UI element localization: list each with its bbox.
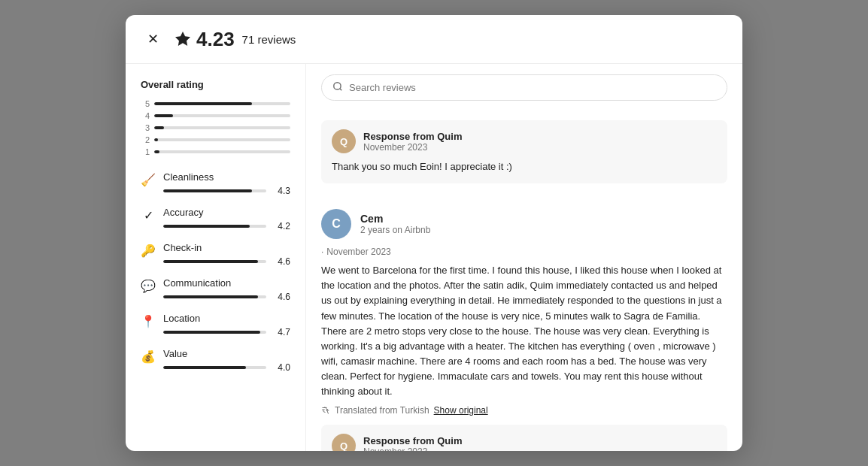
category-score: 4.0 bbox=[272, 362, 290, 373]
category-bar-fill bbox=[163, 189, 252, 192]
review-item: C Cem 2 years on Airbnb · November 2023 … bbox=[321, 195, 727, 451]
category-icon: 💰 bbox=[141, 349, 156, 364]
category-icon: 💬 bbox=[141, 278, 156, 293]
bar-track bbox=[154, 114, 290, 117]
date-dot: · bbox=[321, 247, 323, 257]
reviews-count: 71 reviews bbox=[242, 33, 296, 46]
reviews-modal: ✕ 4.23 71 reviews Overall rating bbox=[126, 15, 742, 451]
category-name: Check-in bbox=[163, 242, 290, 253]
category-bar-row: 4.0 bbox=[163, 362, 290, 373]
review-text: We went to Barcelona for the first time.… bbox=[321, 263, 727, 399]
close-button[interactable]: ✕ bbox=[141, 27, 165, 51]
search-box bbox=[321, 74, 727, 101]
rating-bars: 5 4 3 2 1 bbox=[141, 99, 290, 156]
category-list: 🧹 Cleanliness 4.3 ✓ Accuracy 4.2 bbox=[141, 171, 290, 373]
bar-fill bbox=[154, 138, 158, 141]
category-item: 💬 Communication 4.6 bbox=[141, 277, 290, 302]
bar-label: 3 bbox=[141, 123, 150, 132]
search-input[interactable] bbox=[349, 82, 716, 93]
category-bar-fill bbox=[163, 260, 258, 263]
category-item: ✓ Accuracy 4.2 bbox=[141, 207, 290, 231]
right-panel: Q Response from Quim November 2023 Thank… bbox=[306, 64, 742, 451]
category-info: Value 4.0 bbox=[163, 348, 290, 373]
modal-title-area: 4.23 71 reviews bbox=[174, 28, 296, 51]
rating-bar-row: 3 bbox=[141, 123, 290, 132]
overall-rating-label: Overall rating bbox=[141, 79, 290, 90]
category-item: 🧹 Cleanliness 4.3 bbox=[141, 171, 290, 196]
rating-number: 4.23 bbox=[196, 28, 235, 51]
bar-label: 5 bbox=[141, 99, 150, 108]
category-info: Check-in 4.6 bbox=[163, 242, 290, 267]
bar-track bbox=[154, 126, 290, 129]
bar-label: 4 bbox=[141, 111, 150, 120]
bar-fill bbox=[154, 102, 252, 105]
response-avatar: Q bbox=[332, 434, 356, 451]
category-bar-track bbox=[163, 295, 266, 298]
category-info: Accuracy 4.2 bbox=[163, 207, 290, 231]
category-bar-track bbox=[163, 189, 266, 192]
category-name: Location bbox=[163, 313, 290, 324]
response-header: Q Response from Quim November 2023 bbox=[332, 129, 717, 153]
category-bar-row: 4.7 bbox=[163, 327, 290, 337]
reviewer-header: C Cem 2 years on Airbnb bbox=[321, 209, 727, 239]
category-bar-track bbox=[163, 225, 266, 228]
category-name: Value bbox=[163, 348, 290, 359]
bar-fill bbox=[154, 150, 159, 153]
category-info: Communication 4.6 bbox=[163, 277, 290, 302]
star-icon bbox=[174, 30, 192, 48]
category-icon: ✓ bbox=[141, 207, 156, 222]
response-from: Response from Quim bbox=[363, 131, 717, 142]
rating-bar-row: 4 bbox=[141, 111, 290, 120]
modal-header: ✕ 4.23 71 reviews bbox=[126, 15, 742, 64]
review-date: · November 2023 bbox=[321, 247, 727, 257]
rating-bar-row: 2 bbox=[141, 135, 290, 144]
rating-bar-row: 1 bbox=[141, 147, 290, 156]
response-date: November 2023 bbox=[363, 142, 717, 153]
bar-fill bbox=[154, 126, 164, 129]
category-info: Location 4.7 bbox=[163, 313, 290, 337]
category-bar-row: 4.6 bbox=[163, 256, 290, 267]
category-item: 🔑 Check-in 4.6 bbox=[141, 242, 290, 267]
category-icon: 📍 bbox=[141, 313, 156, 328]
response-block: Q Response from Quim November 2023 Thank… bbox=[321, 120, 727, 183]
category-name: Accuracy bbox=[163, 207, 290, 218]
search-icon bbox=[332, 81, 343, 94]
category-bar-row: 4.2 bbox=[163, 221, 290, 231]
category-bar-track bbox=[163, 331, 266, 334]
svg-line-1 bbox=[340, 89, 342, 91]
response-meta: Response from Quim November 2023 bbox=[363, 435, 717, 451]
response-block: Q Response from Quim November 2023 Thank… bbox=[321, 425, 727, 451]
rating-bar-row: 5 bbox=[141, 99, 290, 108]
show-original-button[interactable]: Show original bbox=[434, 405, 488, 416]
category-item: 💰 Value 4.0 bbox=[141, 348, 290, 373]
response-from: Response from Quim bbox=[363, 435, 717, 446]
category-info: Cleanliness 4.3 bbox=[163, 171, 290, 196]
category-bar-track bbox=[163, 260, 266, 263]
reviews-list: Q Response from Quim November 2023 Thank… bbox=[306, 111, 742, 451]
bar-track bbox=[154, 150, 290, 153]
category-bar-row: 4.6 bbox=[163, 292, 290, 302]
left-panel: Overall rating 5 4 3 2 1 bbox=[126, 64, 306, 451]
category-bar-fill bbox=[163, 295, 258, 298]
response-meta: Response from Quim November 2023 bbox=[363, 131, 717, 153]
reviewer-meta: 2 years on Airbnb bbox=[360, 225, 727, 235]
close-icon: ✕ bbox=[147, 31, 159, 47]
category-bar-fill bbox=[163, 366, 246, 369]
bar-fill bbox=[154, 114, 173, 117]
modal-body: Overall rating 5 4 3 2 1 bbox=[126, 64, 742, 451]
category-score: 4.6 bbox=[272, 256, 290, 267]
response-date: November 2023 bbox=[363, 446, 717, 451]
category-score: 4.2 bbox=[272, 221, 290, 231]
response-avatar: Q bbox=[332, 129, 356, 153]
star-badge: 4.23 bbox=[174, 28, 235, 51]
modal-overlay: ✕ 4.23 71 reviews Overall rating bbox=[0, 0, 868, 466]
category-name: Communication bbox=[163, 277, 290, 289]
response-header: Q Response from Quim November 2023 bbox=[332, 434, 717, 451]
category-icon: 🧹 bbox=[141, 172, 156, 187]
bar-label: 1 bbox=[141, 147, 150, 156]
bar-track bbox=[154, 102, 290, 105]
category-name: Cleanliness bbox=[163, 171, 290, 183]
reviewer-info: Cem 2 years on Airbnb bbox=[360, 213, 727, 235]
category-bar-fill bbox=[163, 331, 260, 334]
category-score: 4.3 bbox=[272, 186, 290, 196]
